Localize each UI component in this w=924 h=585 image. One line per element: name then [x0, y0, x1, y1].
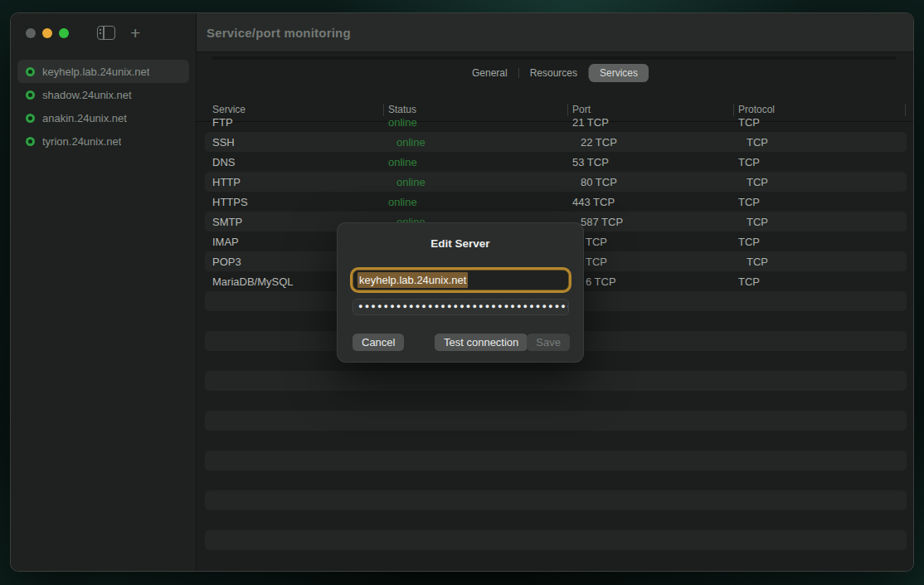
server-list: keyhelp.lab.24unix.net shadow.24unix.net… — [11, 52, 196, 153]
server-label: tyrion.24unix.net — [42, 135, 121, 148]
server-label: keyhelp.lab.24unix.net — [42, 66, 149, 78]
cell-port: TCP — [567, 236, 733, 248]
server-online-dot-icon — [26, 137, 35, 146]
server-online-dot-icon — [26, 114, 35, 123]
cell-protocol: TCP — [733, 275, 913, 288]
cell-port: 6 TCP — [567, 275, 733, 288]
tab-services[interactable]: Services — [589, 64, 649, 82]
cell-service: HTTP — [205, 176, 391, 188]
cell-service: FTP — [197, 116, 383, 129]
cell-port: 21 TCP — [567, 116, 733, 129]
cell-service: HTTPS — [197, 196, 383, 208]
tab-resources[interactable]: Resources — [519, 64, 588, 82]
cell-status: online — [383, 116, 567, 129]
cell-protocol: TCP — [733, 116, 913, 129]
save-button[interactable]: Save — [527, 334, 570, 351]
cell-status: online — [391, 136, 576, 149]
cell-port: 443 TCP — [567, 196, 733, 208]
cancel-button[interactable]: Cancel — [353, 334, 404, 351]
server-label: anakin.24unix.net — [42, 112, 127, 124]
cell-status: online — [383, 196, 567, 208]
sidebar-item-shadow[interactable]: shadow.24unix.net — [17, 83, 189, 106]
cell-port: TCP — [576, 256, 742, 268]
titlebar-main: Service/port monitoring — [197, 13, 913, 52]
host-input-selected-text: keyhelp.lab.24unix.net — [357, 272, 468, 288]
cell-protocol: TCP — [733, 236, 913, 248]
sidebar: + keyhelp.lab.24unix.net shadow.24unix.n… — [11, 13, 197, 571]
page-title: Service/port monitoring — [207, 26, 351, 40]
titlebar-sidebar: + — [11, 13, 196, 52]
add-server-icon[interactable]: + — [130, 26, 140, 40]
sidebar-item-anakin[interactable]: anakin.24unix.net — [17, 106, 189, 129]
password-masked-value: ●●●●●●●●●●●●●●●●●●●●●●●●●●●●●●●●●● — [358, 303, 569, 310]
table-row-empty — [197, 470, 913, 490]
server-online-dot-icon — [26, 90, 35, 100]
zoom-window-button[interactable] — [59, 28, 69, 38]
minimize-window-button[interactable] — [42, 28, 52, 38]
cell-status: online — [391, 176, 576, 188]
close-window-button[interactable] — [26, 28, 36, 38]
password-input[interactable]: ●●●●●●●●●●●●●●●●●●●●●●●●●●●●●●●●●● — [353, 299, 569, 315]
cell-service: SSH — [205, 136, 391, 149]
table-row[interactable]: DNS online 53 TCP TCP — [197, 152, 913, 172]
cell-port: 22 TCP — [576, 136, 742, 149]
cell-protocol: TCP — [742, 176, 907, 188]
table-row-empty — [197, 431, 913, 451]
table-row-empty — [197, 550, 913, 570]
sidebar-item-keyhelp[interactable]: keyhelp.lab.24unix.net — [17, 60, 189, 83]
segmented-control: General Resources Services — [197, 64, 913, 82]
cell-status: online — [383, 156, 567, 168]
dialog-title: Edit Server — [338, 237, 583, 250]
host-input[interactable]: keyhelp.lab.24unix.net — [353, 270, 569, 290]
test-connection-button[interactable]: Test connection — [435, 334, 528, 351]
table-row-empty — [205, 371, 907, 391]
cell-protocol: TCP — [733, 196, 913, 208]
cell-protocol: TCP — [742, 256, 907, 268]
tab-general[interactable]: General — [461, 64, 518, 82]
table-row[interactable]: HTTPS online 443 TCP TCP — [197, 192, 913, 212]
sidebar-item-tyrion[interactable]: tyrion.24unix.net — [17, 129, 189, 153]
cell-port: 53 TCP — [567, 156, 733, 168]
table-row[interactable]: FTP online 21 TCP TCP — [197, 112, 913, 132]
cell-port: 587 TCP — [576, 216, 742, 228]
table-row-empty — [205, 411, 907, 431]
table-row[interactable]: HTTP online 80 TCP TCP — [205, 172, 907, 192]
cell-protocol: TCP — [733, 156, 913, 168]
table-row-empty — [197, 391, 913, 411]
table-row[interactable]: SSH online 22 TCP TCP — [205, 132, 907, 152]
toolbar-divider — [212, 56, 897, 60]
cell-port: 80 TCP — [576, 176, 742, 188]
edit-server-dialog: Edit Server keyhelp.lab.24unix.net ●●●●●… — [337, 222, 584, 363]
sidebar-toggle-icon[interactable] — [97, 26, 115, 40]
table-row-empty — [197, 510, 913, 530]
table-row-empty — [205, 451, 907, 470]
cell-protocol: TCP — [742, 216, 907, 228]
cell-service: DNS — [197, 156, 383, 168]
table-row-empty — [205, 490, 907, 510]
table-row-empty — [205, 530, 907, 550]
cell-protocol: TCP — [742, 136, 907, 149]
server-label: shadow.24unix.net — [42, 89, 132, 101]
server-online-dot-icon — [26, 67, 35, 76]
